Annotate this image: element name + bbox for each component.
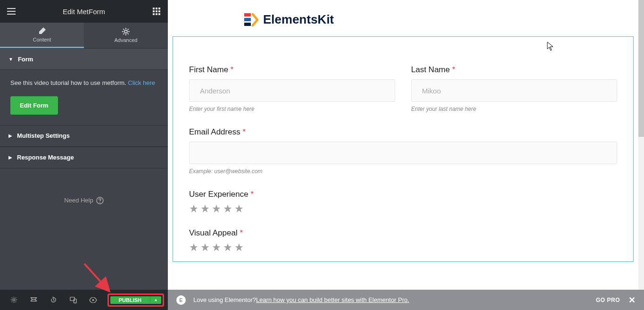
last-name-input[interactable] [411,79,617,102]
caret-right-icon: ▶ [8,155,12,160]
logo: ElementsKit [168,0,638,36]
tutorial-link[interactable]: Click here [128,79,155,86]
section-multistep[interactable]: ▶ Multistep Settings [0,125,168,147]
field-label: First Name * [189,65,395,75]
star-icon[interactable] [234,204,244,213]
star-icon[interactable] [200,243,210,252]
svg-rect-2 [244,13,251,17]
elementskit-logo-icon [244,13,258,26]
svg-rect-3 [244,18,251,21]
star-icon[interactable] [234,243,244,252]
email-field: Email Address * Example: user@website.co… [189,127,617,175]
pencil-icon [38,27,46,35]
history-icon[interactable] [43,290,63,310]
field-help: Example: user@website.com [189,168,617,175]
star-icon[interactable] [200,204,210,213]
bottom-promo-bar: E Love using Elementor? Learn how you ca… [168,290,644,310]
edit-form-button[interactable]: Edit Form [10,96,58,115]
svg-point-5 [13,299,15,301]
caret-down-icon: ▼ [8,57,13,62]
user-experience-field: User Experience * [189,190,617,213]
publish-button[interactable]: PUBLISH [110,296,150,304]
section-response[interactable]: ▶ Response Message [0,147,168,168]
need-help[interactable]: Need Help [0,197,168,204]
close-icon[interactable]: ✕ [628,295,636,305]
email-input[interactable] [189,142,617,164]
field-label: Email Address * [189,127,617,137]
navigator-icon[interactable] [24,290,43,310]
visual-appeal-field: Visual Appeal * [189,228,617,252]
settings-icon[interactable] [4,290,24,310]
tab-advanced[interactable]: Advanced [84,23,168,48]
hamburger-icon[interactable] [7,7,16,16]
star-icon[interactable] [223,243,232,252]
star-icon[interactable] [212,243,221,252]
promo-text: Love using Elementor? [193,296,256,303]
field-label: Visual Appeal * [189,228,617,238]
first-name-field: First Name * Enter your first name here [189,65,395,112]
go-pro-button[interactable]: GO PRO [596,297,620,303]
field-label: User Experience * [189,190,617,199]
gear-icon [122,28,130,35]
panel-tabs: Content Advanced [0,23,168,48]
apps-grid-icon[interactable] [152,7,161,16]
section-form-body: See this video tutorial how to use metfo… [0,70,168,125]
help-circle-icon [96,197,104,204]
field-label: Last Name * [411,65,617,75]
svg-point-0 [124,30,127,33]
tab-label: Content [33,37,51,42]
star-icon[interactable] [189,243,198,252]
logo-text: ElementsKit [263,12,334,27]
publish-dropdown[interactable]: ▲ [150,296,161,304]
tab-content[interactable]: Content [0,23,84,48]
canvas-preview: ElementsKit First Name * Enter your firs… [168,0,638,290]
first-name-input[interactable] [189,79,395,102]
svg-point-8 [92,299,94,301]
promo-link[interactable]: Learn how you can build better sites wit… [256,296,409,303]
form-widget[interactable]: First Name * Enter your first name here … [173,36,634,262]
responsive-icon[interactable] [63,290,83,310]
tab-label: Advanced [115,37,138,43]
field-help: Enter your first name here [189,106,395,112]
scrollbar[interactable] [638,0,644,290]
publish-highlight: PUBLISH ▲ [107,293,164,307]
panel-title: Edit MetForm [63,8,105,16]
elementor-icon: E [176,295,186,305]
rating-stars[interactable] [189,204,617,213]
section-title: Multistep Settings [17,132,70,139]
tutorial-text: See this video tutorial how to use metfo… [10,78,157,88]
bottom-toolbar-left: PUBLISH ▲ [0,290,168,310]
star-icon[interactable] [223,204,232,213]
preview-icon[interactable] [83,290,103,310]
section-form[interactable]: ▼ Form [0,48,168,70]
section-title: Response Message [17,154,74,161]
sidebar-header: Edit MetForm [0,0,168,23]
rating-stars[interactable] [189,243,617,252]
star-icon[interactable] [189,204,198,213]
field-help: Enter your last name here [411,106,617,112]
caret-right-icon: ▶ [8,133,12,138]
scrollbar-thumb[interactable] [638,0,644,137]
section-title: Form [18,56,33,63]
svg-rect-4 [244,23,251,26]
last-name-field: Last Name * Enter your last name here [411,65,617,112]
sidebar: Edit MetForm Content Advanced ▼ Form See… [0,0,168,290]
star-icon[interactable] [212,204,221,213]
